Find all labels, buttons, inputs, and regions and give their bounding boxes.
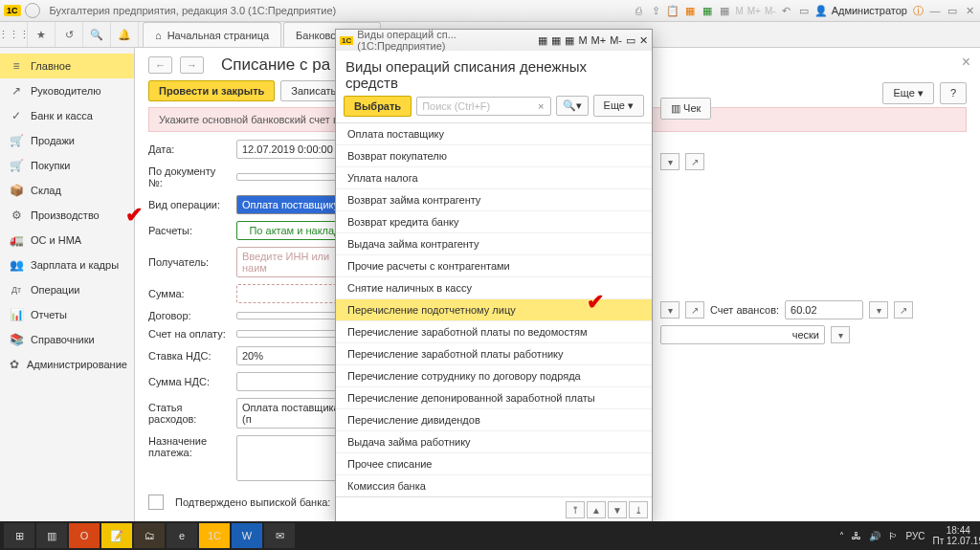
restore-icon[interactable]: ▭ xyxy=(946,4,959,17)
dlg-row[interactable]: Возврат покупателю xyxy=(336,145,652,167)
start-button[interactable]: ⊞ xyxy=(4,523,34,548)
m-mem[interactable]: M xyxy=(735,6,743,16)
auto-dd[interactable]: ▾ xyxy=(831,326,850,343)
adv-dd[interactable]: ▾ xyxy=(869,301,888,319)
form-close-icon[interactable]: × xyxy=(962,54,970,71)
print-icon[interactable]: ⎙ xyxy=(632,4,645,17)
dlg-row[interactable]: Возврат кредита банку xyxy=(336,211,652,233)
circle-icon[interactable] xyxy=(25,3,40,18)
tray-up-icon[interactable]: ˄ xyxy=(839,531,844,541)
side-os[interactable]: 🚛ОС и НМА xyxy=(0,228,134,253)
taskview-icon[interactable]: ▥ xyxy=(36,523,67,548)
confirm-checkbox[interactable] xyxy=(148,495,164,510)
arrow-icon[interactable]: ⇪ xyxy=(649,4,662,17)
star-icon[interactable]: ★ xyxy=(28,22,56,47)
calendar2-icon[interactable]: ▦ xyxy=(701,4,714,17)
calendar1-icon[interactable]: ▦ xyxy=(683,4,697,17)
box-icon[interactable]: ▭ xyxy=(797,4,811,17)
dd-adv[interactable]: ▾ xyxy=(660,301,679,319)
dlg-row[interactable]: Выдача займа контрагенту xyxy=(336,233,652,255)
side-manager[interactable]: ↗Руководителю xyxy=(0,78,134,103)
dlg-cal1-icon[interactable]: ▦ xyxy=(538,34,547,47)
dd1-open[interactable]: ↗ xyxy=(685,153,704,170)
user-label[interactable]: Администратор xyxy=(832,5,907,16)
dlg-bot-icon[interactable]: ⤓ xyxy=(629,501,648,518)
help-button[interactable]: ? xyxy=(940,82,967,104)
tray-flag-icon[interactable]: 🏳 xyxy=(888,531,898,541)
close-icon[interactable]: ✕ xyxy=(963,4,976,17)
dlg-row[interactable]: Перечисление сотруднику по договору подр… xyxy=(336,365,652,387)
dlg-row[interactable]: Прочие расчеты с контрагентами xyxy=(336,255,652,277)
side-ops[interactable]: ДтОперации xyxy=(0,277,134,302)
dlg-close-icon[interactable]: ✕ xyxy=(639,34,648,47)
dlg-rest-icon[interactable]: ▭ xyxy=(626,34,635,47)
dlg-heading: Виды операций списания денежных средств xyxy=(336,51,652,95)
explorer-icon[interactable]: 🗂 xyxy=(134,523,165,548)
dlg-row[interactable]: Возврат займа контрагенту xyxy=(336,189,652,211)
opera-icon[interactable]: O xyxy=(69,523,100,548)
dlg-row[interactable]: Выдача займа работнику xyxy=(336,431,652,453)
auto-input[interactable]: чески xyxy=(660,325,825,344)
dlg-search-input[interactable]: Поиск (Ctrl+F) xyxy=(416,97,550,116)
minimize-icon[interactable]: — xyxy=(928,4,942,17)
advance-acct-input[interactable]: 60.02 xyxy=(785,300,863,319)
side-refs[interactable]: 📚Справочники xyxy=(0,327,134,352)
note-icon[interactable]: 📝 xyxy=(101,523,132,548)
adv-open[interactable]: ↗ xyxy=(894,301,913,319)
word-icon[interactable]: W xyxy=(232,523,262,548)
search-icon[interactable]: 🔍 xyxy=(83,22,111,47)
dlg-row[interactable]: Прочее списание xyxy=(336,453,652,475)
dlg-find-button[interactable]: 🔍▾ xyxy=(556,96,589,116)
side-reports[interactable]: 📊Отчеты xyxy=(0,302,134,327)
dlg-row[interactable]: Уплата налога xyxy=(336,167,652,189)
cheque-button[interactable]: ▥ Чек xyxy=(660,98,711,120)
side-hr[interactable]: 👥Зарплата и кадры xyxy=(0,253,134,277)
1c-task-icon[interactable]: 1C xyxy=(199,523,230,548)
side-admin[interactable]: ✿Администрирование xyxy=(0,352,134,377)
dlg-row[interactable]: Перечисление дивидендов xyxy=(336,409,652,431)
dlg-row[interactable]: Перечисление заработной платы работнику xyxy=(336,343,652,365)
nav-back[interactable]: ← xyxy=(148,56,172,74)
tray-net-icon[interactable]: 🖧 xyxy=(852,531,861,541)
side-main[interactable]: ≡Главное xyxy=(0,54,134,78)
dlg-row[interactable]: Перечисление заработной платы по ведомос… xyxy=(336,321,652,343)
history-icon[interactable]: ↺ xyxy=(56,22,83,47)
dlg-more-button[interactable]: Еще ▾ xyxy=(593,95,644,117)
dlg-row[interactable]: Снятие наличных в кассу xyxy=(336,277,652,299)
ie-icon[interactable]: e xyxy=(167,523,197,548)
dlg-row[interactable]: Оплата поставщику xyxy=(336,123,652,145)
mplus-mem[interactable]: M+ xyxy=(747,6,761,16)
dlg-row[interactable]: Перечисление депонированной заработной п… xyxy=(336,387,652,409)
post-close-button[interactable]: Провести и закрыть xyxy=(148,80,275,101)
side-prod[interactable]: ⚙Производство xyxy=(0,203,134,228)
side-sales[interactable]: 🛒Продажи xyxy=(0,128,134,153)
mail-icon[interactable]: ✉ xyxy=(264,523,295,548)
dlg-down-icon[interactable]: ▼ xyxy=(608,501,627,518)
choose-button[interactable]: Выбрать xyxy=(344,96,412,117)
open-adv[interactable]: ↗ xyxy=(685,301,704,319)
more-button[interactable]: Еще ▾ xyxy=(882,82,933,104)
dlg-cal2-icon[interactable]: ▦ xyxy=(551,34,561,47)
nav-fwd[interactable]: → xyxy=(180,56,204,74)
dd1[interactable]: ▾ xyxy=(660,153,679,170)
dlg-grid-icon[interactable]: ▦ xyxy=(565,34,574,47)
dlg-top-icon[interactable]: ⤒ xyxy=(566,501,585,518)
back-icon[interactable]: ↶ xyxy=(780,4,793,17)
dlg-row[interactable]: Комиссия банка xyxy=(336,475,652,496)
grid-icon[interactable]: ▦ xyxy=(718,4,731,17)
dlg-up-icon[interactable]: ▲ xyxy=(587,501,606,518)
tab-home[interactable]: ⌂Начальная страница xyxy=(143,22,281,47)
apps-icon[interactable]: ⋮⋮⋮ xyxy=(0,22,28,47)
side-purch[interactable]: 🛒Покупки xyxy=(0,153,134,178)
mminus-mem[interactable]: M- xyxy=(765,6,776,16)
tray-lang[interactable]: РУС xyxy=(905,531,924,541)
dlg-row[interactable]: Перечисление подотчетному лицу xyxy=(336,299,652,321)
dlg-logo: 1C xyxy=(340,36,353,45)
clipboard-icon[interactable]: 📋 xyxy=(666,4,679,17)
systray[interactable]: ˄ 🖧 🔊 🏳 РУС 18:44Пт 12.07.19 xyxy=(839,525,980,546)
tray-vol-icon[interactable]: 🔊 xyxy=(869,531,880,541)
info-icon[interactable]: ⓘ xyxy=(911,4,924,17)
side-wh[interactable]: 📦Склад xyxy=(0,178,134,203)
side-bank[interactable]: ✓Банк и касса xyxy=(0,103,134,128)
bell-icon[interactable]: 🔔 xyxy=(111,22,139,47)
